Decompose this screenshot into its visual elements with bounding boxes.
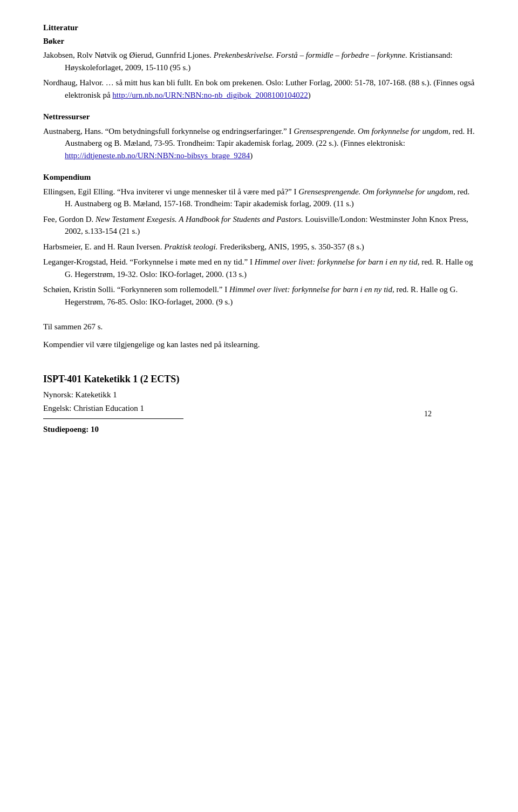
ref-leganger: Leganger-Krogstad, Heid. “Forkynnelse i … xyxy=(43,256,475,280)
page-number: 12 xyxy=(424,408,432,419)
litteratur-section: Litteratur Bøker Jakobsen, Rolv Nøtvik o… xyxy=(43,22,475,101)
ref-leganger-text: Leganger-Krogstad, Heid. “Forkynnelse i … xyxy=(43,258,473,279)
ref-schoien: Schøien, Kristin Solli. “Forkynneren som… xyxy=(43,283,475,308)
ref-fee: Fee, Gordon D. New Testament Exegesis. A… xyxy=(43,213,475,238)
austnaberg-link[interactable]: http://idtjeneste.nb.no/URN:NBN:no-bibsy… xyxy=(65,151,250,160)
course-title: ISPT-401 Kateketikk 1 (2 ECTS) xyxy=(43,372,475,387)
course-divider xyxy=(43,418,183,419)
ref-nordhaug-text: Nordhaug, Halvor. … så mitt hus kan bli … xyxy=(43,78,474,99)
ref-schoien-text: Schøien, Kristin Solli. “Forkynneren som… xyxy=(43,285,458,306)
til-sammen: Til sammen 267 s. xyxy=(43,321,475,333)
nordhaug-link[interactable]: http://urn.nb.no/URN:NBN:no-nb_digibok_2… xyxy=(112,91,308,99)
ref-ellingsen-text: Ellingsen, Egil Elling. “Hva inviterer v… xyxy=(43,187,469,208)
ref-jakobsen: Jakobsen, Rolv Nøtvik og Øierud, Gunnfri… xyxy=(43,49,475,73)
ref-austnaberg-text: Austnaberg, Hans. “Om betydningsfull for… xyxy=(43,127,475,160)
course-section: ISPT-401 Kateketikk 1 (2 ECTS) Nynorsk: … xyxy=(43,372,475,436)
nettressurser-section: Nettressurser Austnaberg, Hans. “Om bety… xyxy=(43,111,475,161)
kompendier-note: Kompendier vil være tilgjengelige og kan… xyxy=(43,339,475,351)
boker-header: Bøker xyxy=(43,35,475,48)
ref-ellingsen: Ellingsen, Egil Elling. “Hva inviterer v… xyxy=(43,186,475,210)
ref-jakobsen-text: Jakobsen, Rolv Nøtvik og Øierud, Gunnfri… xyxy=(43,51,453,72)
kompendium-section: Kompendium Ellingsen, Egil Elling. “Hva … xyxy=(43,171,475,308)
course-engelsk: Engelsk: Christian Education 1 xyxy=(43,402,475,415)
studiepoeng: Studiepoeng: 10 xyxy=(43,423,475,436)
course-nynorsk: Nynorsk: Kateketikk 1 xyxy=(43,389,475,401)
kompendium-header: Kompendium xyxy=(43,171,475,184)
ref-harbsmeier: Harbsmeier, E. and H. Raun Iversen. Prak… xyxy=(43,241,475,253)
nettressurser-header: Nettressurser xyxy=(43,111,475,123)
ref-nordhaug: Nordhaug, Halvor. … så mitt hus kan bli … xyxy=(43,77,475,101)
ref-fee-text: Fee, Gordon D. New Testament Exegesis. A… xyxy=(43,215,468,236)
ref-austnaberg: Austnaberg, Hans. “Om betydningsfull for… xyxy=(43,125,475,162)
ref-harbsmeier-text: Harbsmeier, E. and H. Raun Iversen. Prak… xyxy=(43,242,364,251)
litteratur-header: Litteratur xyxy=(43,22,475,34)
